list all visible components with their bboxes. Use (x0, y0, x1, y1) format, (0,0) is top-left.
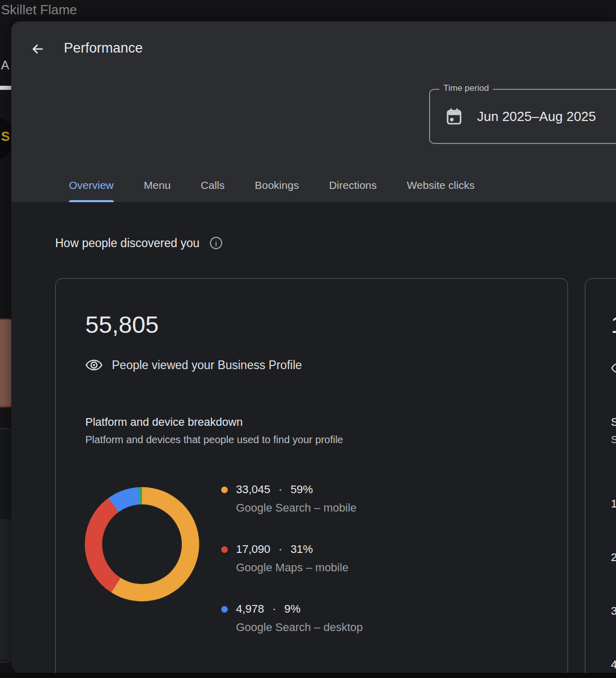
logo-letter: S (1, 129, 10, 144)
tab-bookings[interactable]: Bookings (255, 168, 299, 202)
legend-dot-red (221, 546, 228, 553)
legend-item: 33,045 · 59% Google Search – mobile (221, 483, 363, 515)
legend-label: Google Search – desktop (236, 621, 363, 634)
donut-chart (85, 487, 199, 601)
total-views-caption: People viewed your Business Profile (112, 358, 302, 372)
discovery-section-header: How people discovered you (55, 236, 223, 250)
background-tab-underline (0, 86, 12, 90)
partial-list-number: 1 (611, 497, 616, 511)
tab-menu[interactable]: Menu (144, 168, 171, 202)
total-views-value: 55,805 (85, 310, 159, 338)
partial-list-number: 3 (611, 604, 616, 618)
tab-bar: Overview Menu Calls Bookings Directions … (69, 168, 475, 202)
performance-dialog: Performance Time period Jun 2025–Aug 202… (11, 21, 616, 673)
partial-subtitle: S (611, 434, 616, 446)
eye-icon (611, 359, 616, 377)
dialog-header: Performance Time period Jun 2025–Aug 202… (11, 21, 616, 203)
total-views-caption-row: People viewed your Business Profile (85, 356, 302, 374)
breakdown-subtitle: Platform and devices that people used to… (85, 434, 343, 446)
info-icon[interactable] (209, 236, 223, 250)
legend-label: Google Search – mobile (236, 501, 363, 515)
breakdown-title: Platform and device breakdown (85, 416, 243, 429)
page-title: Performance (64, 40, 143, 56)
partial-heading: S (611, 416, 616, 429)
tab-overview[interactable]: Overview (69, 168, 114, 202)
background-bottom-strip (0, 673, 616, 678)
partial-list-number: 2 (611, 551, 616, 564)
section-title: How people discovered you (55, 236, 200, 250)
calendar-icon (444, 107, 464, 126)
legend-label: Google Maps – mobile (236, 561, 363, 574)
time-period-value: Jun 2025–Aug 2025 (477, 109, 596, 125)
adjacent-card-partial: 1 S S 1 2 3 4 (585, 278, 616, 673)
views-card: 55,805 People viewed your Business Profi… (55, 278, 568, 673)
tab-calls[interactable]: Calls (201, 168, 225, 202)
legend-item: 17,090 · 31% Google Maps – mobile (221, 543, 363, 574)
chart-legend: 33,045 · 59% Google Search – mobile 17,0… (221, 483, 363, 662)
legend-dot-blue (221, 606, 228, 613)
legend-dot-orange (221, 487, 228, 493)
time-period-selector[interactable]: Time period Jun 2025–Aug 2025 (429, 89, 616, 144)
eye-icon (85, 356, 103, 374)
screen: Skillet Flame A S Performance Time perio… (0, 0, 616, 678)
partial-stat-value: 1 (611, 310, 616, 338)
back-button[interactable] (27, 38, 49, 60)
legend-item: 4,978 · 9% Google Search – desktop (221, 602, 363, 634)
tab-directions[interactable]: Directions (329, 168, 376, 202)
background-tab-fragment: A (1, 58, 9, 72)
partial-list-number: 4 (611, 658, 616, 671)
business-name-heading: Skillet Flame (1, 2, 77, 18)
tab-website-clicks[interactable]: Website clicks (407, 168, 475, 202)
arrow-left-icon (30, 41, 45, 57)
